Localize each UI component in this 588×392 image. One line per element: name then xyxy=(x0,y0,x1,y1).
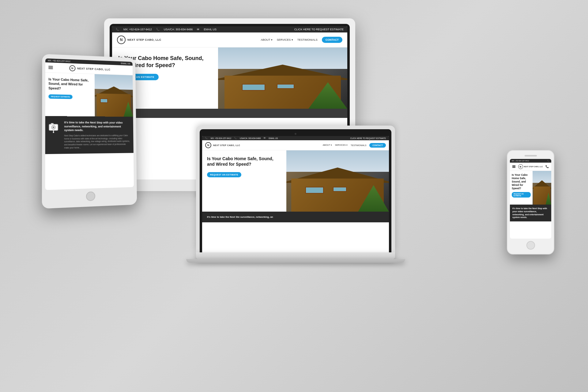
tablet-hero-image xyxy=(94,74,133,117)
tablet-hero-title: Is Your Cabo Home Safe, Sound, and Wired… xyxy=(48,77,92,91)
svg-rect-3 xyxy=(51,123,53,125)
email-icon: ✉ xyxy=(197,28,199,31)
phone-hero-image xyxy=(533,171,551,205)
svg-point-2 xyxy=(53,126,55,128)
phone-logo-circle: N xyxy=(518,164,523,169)
laptop-topbar-cta: CLICK HERE TO REQUEST ESTIMATE xyxy=(350,137,386,139)
phone-header: N NEXT STEP CABO, LLC 📞 xyxy=(510,163,551,171)
phone-hero-text: Is Your Cabo Home Safe, Sound, and Wired… xyxy=(510,171,533,205)
phone-call-icon[interactable]: 📞 xyxy=(545,165,549,168)
monitor-header: N NEXT STEP CABO, LLC ABOUT ▾ SERVICES ▾… xyxy=(112,32,347,47)
laptop-hero-title: Is Your Cabo Home Safe, Sound, and Wired… xyxy=(207,156,281,167)
tablet-dark-body: Next Step Cabo's skilled technicians are… xyxy=(64,134,131,149)
tablet-hero-text: Is Your Cabo Home Safe, Sound, and Wired… xyxy=(45,73,95,116)
laptop-screen: 📞 MX: +52-624-157-9412 📞 USA/CA: 303-834… xyxy=(202,136,389,252)
monitor-dark-band xyxy=(112,109,347,118)
scene: 📞 MX: +52-624-157-9412 📞 USA/CA: 303-834… xyxy=(34,18,554,374)
laptop-logo-name: NEXT STEP CABO, LLC xyxy=(213,144,240,146)
phone-hero: Is Your Cabo Home Safe, Sound, and Wired… xyxy=(510,171,551,205)
phone-home-button[interactable] xyxy=(526,241,535,250)
laptop-dark-text: It's time to take the Next Ste surveilla… xyxy=(207,215,384,219)
laptop-hero: Is Your Cabo Home Safe, Sound, and Wired… xyxy=(202,150,389,212)
phone-icon-2: 📞 xyxy=(156,28,160,31)
phone-topbar-right: 📞 xyxy=(547,160,549,162)
laptop-logo: N NEXT STEP CABO, LLC xyxy=(205,142,240,148)
phone-hero-cta[interactable]: REQUEST AN ESTIMATE xyxy=(512,192,531,198)
monitor-topbar-email: EMAIL US xyxy=(204,28,217,31)
laptop-base xyxy=(196,252,395,259)
laptop-email-icon: ✉ xyxy=(264,137,266,139)
laptop-camera xyxy=(295,133,296,135)
monitor-topbar-cta: CLICK HERE TO REQUEST ESTIMATE xyxy=(294,28,344,31)
tablet-logo: N NEXT STEP CABO, LLC xyxy=(69,65,110,73)
svg-point-5 xyxy=(53,132,54,133)
tablet-hero: Is Your Cabo Home Safe, Sound, and Wired… xyxy=(45,73,133,117)
laptop-device: 📞 MX: +52-624-157-9412 📞 USA/CA: 303-834… xyxy=(196,126,395,263)
tablet-topbar-phone: MX: +52-624-157-9412 xyxy=(48,59,70,62)
tablet-screen: MX: +52-624-157-9412 EMAIL US N NEXT STE… xyxy=(45,58,134,190)
phone-dark-section: It's time to take the Next Step with you… xyxy=(510,205,551,221)
tablet-dark-heading: It's time to take the Next Step with you… xyxy=(64,121,130,132)
phone-device: MX: +52-624-157-9412 📞 N NEXT STEP CAB xyxy=(507,150,554,254)
phone-body: MX: +52-624-157-9412 📞 N NEXT STEP CAB xyxy=(507,150,554,254)
monitor-nav: ABOUT ▾ SERVICES ▾ TESTIMONIALS CONTACT xyxy=(261,37,342,43)
phone-logo: N NEXT STEP CABO, LLC xyxy=(518,164,543,169)
nav-about[interactable]: ABOUT ▾ xyxy=(261,38,272,41)
monitor-topbar: 📞 MX: +52-624-157-9412 📞 USA/CA: 303-834… xyxy=(112,26,347,32)
camera-icon xyxy=(48,122,61,134)
tablet-topbar-email: EMAIL US xyxy=(121,62,130,65)
phone-speaker xyxy=(525,155,537,156)
tablet-dark-content: It's time to take the Next Step with you… xyxy=(48,120,130,149)
laptop-nav-services[interactable]: SERVICES ▾ xyxy=(335,144,348,146)
tablet-dark-text: It's time to take the Next Step with you… xyxy=(64,121,131,149)
tablet-home-button[interactable] xyxy=(86,191,95,201)
monitor-topbar-mx: MX: +52-624-157-9412 xyxy=(123,28,152,31)
nav-testimonials[interactable]: TESTIMONIALS xyxy=(297,38,318,41)
logo-circle: N xyxy=(117,36,126,44)
hamburger-menu[interactable] xyxy=(48,66,53,69)
laptop-logo-circle: N xyxy=(205,142,211,148)
logo-name: NEXT STEP CABO, LLC xyxy=(127,38,161,41)
laptop-nav: ABOUT ▾ SERVICES ▾ TESTIMONIALS CONTACT xyxy=(323,143,386,148)
laptop-hero-image xyxy=(286,150,389,212)
laptop-header: N NEXT STEP CABO, LLC ABOUT ▾ SERVICES ▾… xyxy=(202,140,389,150)
laptop-nav-testimonials[interactable]: TESTIMONIALS xyxy=(351,144,366,146)
laptop-topbar-email: EMAIL US xyxy=(269,137,278,139)
phone-hero-title: Is Your Cabo Home Safe, Sound, and Wired… xyxy=(512,173,531,190)
monitor-logo: N NEXT STEP CABO, LLC xyxy=(117,36,161,44)
laptop-topbar: 📞 MX: +52-624-157-9412 📞 USA/CA: 303-834… xyxy=(202,136,389,140)
monitor-hero: Is Your Cabo Home Safe, Sound, and Wired… xyxy=(112,47,347,109)
nav-services[interactable]: SERVICES ▾ xyxy=(277,38,293,41)
laptop-hero-text: Is Your Cabo Home Safe, Sound, and Wired… xyxy=(202,150,286,212)
monitor-topbar-us: USA/CA: 303-834-9486 xyxy=(164,28,193,31)
tablet-dark-section: It's time to take the Next Step with you… xyxy=(45,116,134,154)
phone-topbar: MX: +52-624-157-9412 📞 xyxy=(510,159,551,163)
laptop-hero-cta[interactable]: REQUEST AN ESTIMATE xyxy=(207,172,241,177)
laptop-nav-about[interactable]: ABOUT ▾ xyxy=(323,144,332,146)
tablet-hero-cta[interactable]: REQUEST ESTIMATE xyxy=(48,94,72,99)
laptop-dark-section: It's time to take the Next Ste surveilla… xyxy=(202,212,389,222)
tablet-logo-name: NEXT STEP CABO, LLC xyxy=(77,67,110,71)
laptop-topbar-mx: MX: +52-624-157-9412 xyxy=(211,137,231,139)
tablet-body: MX: +52-624-157-9412 EMAIL US N NEXT STE… xyxy=(42,54,137,209)
phone-logo-name: NEXT STEP CABO, LLC xyxy=(524,166,543,168)
phone-hamburger[interactable] xyxy=(512,165,515,168)
monitor-hero-image xyxy=(218,47,347,109)
laptop-bezel: 📞 MX: +52-624-157-9412 📞 USA/CA: 303-834… xyxy=(200,129,391,252)
laptop-base-bottom xyxy=(186,259,405,263)
nav-contact-button[interactable]: CONTACT xyxy=(322,37,342,43)
phone-icon: 📞 xyxy=(116,28,119,31)
phone-dark-text: It's time to take the Next Step with you… xyxy=(512,207,549,219)
laptop-topbar-us: USA/CA: 303-834-9486 xyxy=(240,137,261,139)
tablet-logo-circle: N xyxy=(69,65,75,72)
laptop-lid: 📞 MX: +52-624-157-9412 📞 USA/CA: 303-834… xyxy=(196,126,395,252)
laptop-phone-icon-2: 📞 xyxy=(234,137,237,139)
tablet-device: MX: +52-624-157-9412 EMAIL US N NEXT STE… xyxy=(43,55,138,206)
laptop-phone-icon: 📞 xyxy=(205,137,208,139)
phone-screen: MX: +52-624-157-9412 📞 N NEXT STEP CAB xyxy=(510,159,551,239)
phone-topbar-left: MX: +52-624-157-9412 xyxy=(512,160,529,162)
laptop-nav-contact[interactable]: CONTACT xyxy=(369,143,386,148)
